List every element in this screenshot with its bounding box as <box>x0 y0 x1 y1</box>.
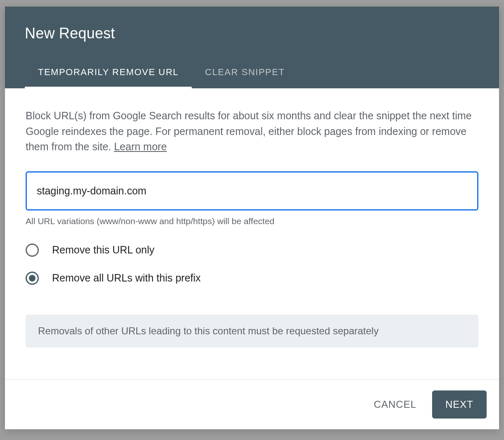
new-request-dialog: New Request TEMPORARILY REMOVE URL CLEAR… <box>5 7 499 429</box>
dialog-footer: CANCEL NEXT <box>5 379 499 429</box>
radio-option-this-url-only[interactable]: Remove this URL only <box>26 236 478 264</box>
description-main: Block URL(s) from Google Search results … <box>26 110 472 152</box>
dialog-body: Block URL(s) from Google Search results … <box>5 88 499 379</box>
radio-group: Remove this URL only Remove all URLs wit… <box>26 236 478 292</box>
radio-label: Remove this URL only <box>52 244 155 256</box>
radio-label: Remove all URLs with this prefix <box>52 272 201 284</box>
tab-clear-snippet[interactable]: CLEAR SNIPPET <box>192 59 298 88</box>
dialog-title: New Request <box>5 7 499 59</box>
next-button[interactable]: NEXT <box>432 390 487 419</box>
radio-option-all-with-prefix[interactable]: Remove all URLs with this prefix <box>26 264 478 292</box>
tabs: TEMPORARILY REMOVE URL CLEAR SNIPPET <box>5 59 499 88</box>
dialog-header: New Request TEMPORARILY REMOVE URL CLEAR… <box>5 7 499 88</box>
cancel-button[interactable]: CANCEL <box>370 392 421 417</box>
learn-more-link[interactable]: Learn more <box>114 141 167 152</box>
info-box: Removals of other URLs leading to this c… <box>26 315 478 348</box>
tab-temporarily-remove-url[interactable]: TEMPORARILY REMOVE URL <box>25 59 192 88</box>
radio-icon <box>26 272 39 285</box>
radio-icon <box>26 244 39 257</box>
url-helper-text: All URL variations (www/non-www and http… <box>26 216 478 226</box>
description-text: Block URL(s) from Google Search results … <box>26 108 478 155</box>
url-input[interactable] <box>26 171 478 211</box>
